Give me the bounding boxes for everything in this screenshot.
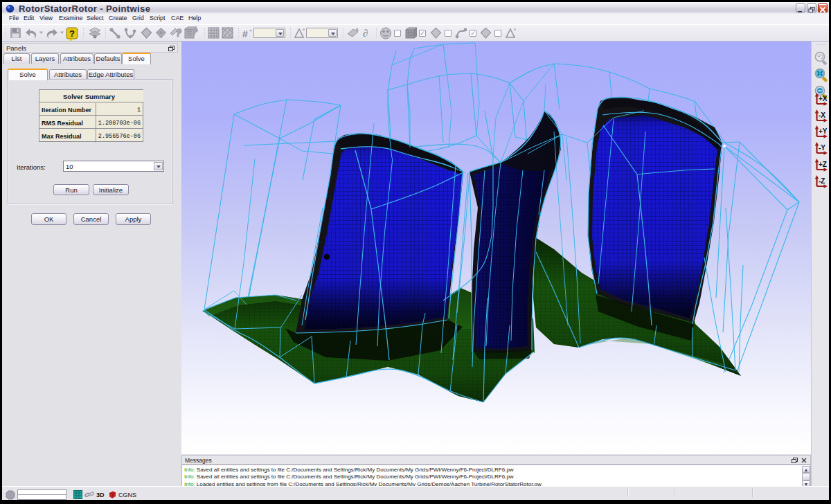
svg-text:-Y: -Y: [819, 144, 825, 152]
svg-text:?: ?: [69, 28, 75, 39]
svg-text:+X: +X: [819, 95, 828, 102]
svg-text:-Z: -Z: [819, 177, 825, 185]
svg-text:#: #: [242, 28, 248, 39]
svg-text:-X: -X: [819, 111, 825, 119]
svg-text:+Y: +Y: [819, 127, 828, 135]
svg-text:+Z: +Z: [819, 161, 827, 168]
